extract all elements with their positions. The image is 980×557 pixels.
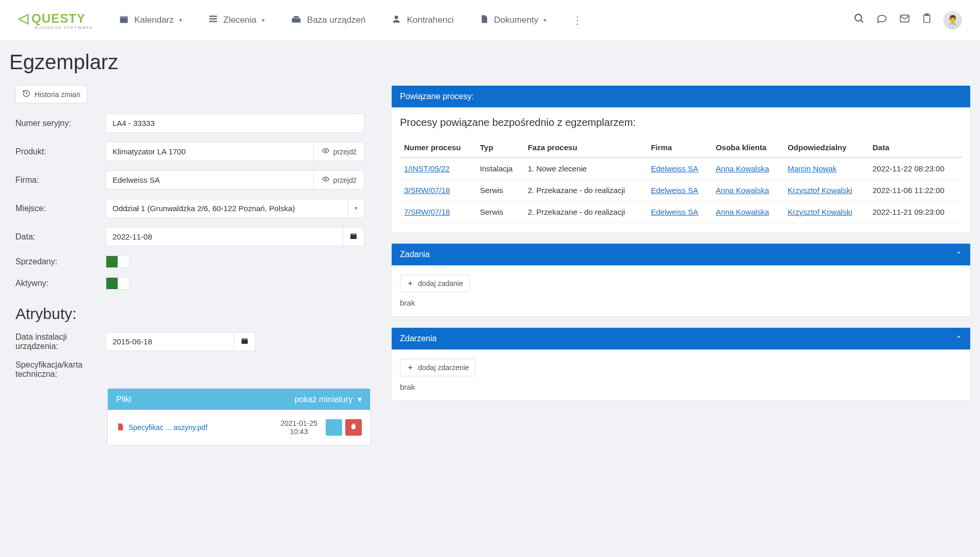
svg-rect-5 — [292, 18, 301, 22]
nav-kontrahenci[interactable]: Kontrahenci — [391, 14, 454, 27]
install-date-picker-button[interactable] — [234, 332, 255, 351]
date-input[interactable] — [106, 227, 343, 246]
process-link[interactable]: 3/SRW/07/18 — [404, 186, 450, 195]
svg-rect-6 — [294, 16, 299, 18]
client-link[interactable]: Anna Kowalska — [716, 164, 769, 173]
svg-rect-18 — [242, 338, 248, 340]
show-thumbs-label: pokaż miniatury — [295, 395, 352, 404]
calendar-icon — [119, 14, 129, 27]
eye-icon — [321, 147, 330, 156]
th-date: Data — [869, 138, 962, 157]
th-number: Numer procesu — [400, 138, 476, 157]
page-title: Egzemplarz — [9, 51, 971, 74]
svg-rect-1 — [120, 16, 128, 18]
history-icon — [22, 89, 30, 99]
company-link[interactable]: Edelweiss SA — [651, 164, 698, 173]
product-input[interactable] — [106, 142, 314, 161]
client-link[interactable]: Anna Kowalska — [716, 208, 769, 216]
cell-type: Serwis — [476, 180, 524, 201]
serial-label: Numer seryjny: — [15, 119, 106, 128]
history-button[interactable]: Historia zmian — [15, 85, 87, 103]
files-panel: Pliki pokaż miniatury ▾ Specyfikac ... a… — [107, 388, 371, 445]
date-label: Data: — [15, 232, 106, 242]
nav-label: Kontrahenci — [407, 15, 454, 25]
tasks-header: Zadania — [400, 250, 430, 259]
show-thumbnails-button[interactable]: pokaż miniatury ▾ — [295, 394, 362, 404]
date-picker-button[interactable] — [343, 227, 364, 246]
process-link[interactable]: 7/SRW/07/18 — [404, 208, 450, 216]
svg-rect-4 — [209, 21, 217, 22]
processes-panel: Powiązane procesy: Procesy powiązane bez… — [391, 85, 971, 233]
more-vert-icon: ⋮ — [572, 14, 583, 26]
company-goto-button[interactable]: przejdź — [314, 170, 364, 189]
attributes-title: Atrybuty: — [15, 305, 371, 323]
add-task-label: dodaj zadanie — [418, 279, 463, 288]
person-icon — [391, 14, 401, 27]
company-input[interactable] — [106, 170, 314, 189]
active-toggle[interactable] — [106, 277, 130, 290]
goto-label: przejdź — [333, 148, 357, 156]
svg-point-14 — [325, 178, 327, 180]
processes-subtitle: Procesy powiązane bezpośrednio z egzempl… — [400, 117, 962, 129]
cell-type: Serwis — [476, 201, 524, 223]
place-label: Miejsce: — [15, 204, 106, 213]
list-icon — [208, 14, 218, 27]
events-header: Zdarzenia — [400, 334, 437, 343]
search-icon[interactable] — [854, 13, 865, 27]
collapse-icon[interactable]: ⌃ — [956, 250, 962, 259]
logo[interactable]: ◁QUESTY BUSINESS SOFTWARE — [18, 10, 93, 30]
delete-file-button[interactable] — [345, 419, 362, 436]
client-link[interactable]: Anna Kowalska — [716, 186, 769, 195]
mail-icon[interactable] — [899, 13, 910, 27]
dropdown-caret-icon: ▼ — [348, 199, 364, 218]
add-event-label: dodaj zdarzenie — [418, 363, 469, 372]
document-icon — [479, 14, 489, 27]
product-label: Produkt: — [15, 147, 106, 156]
add-event-button[interactable]: ＋ dodaj zdarzenie — [400, 359, 476, 376]
file-link[interactable]: Specyfikac ... aszyny.pdf — [116, 422, 272, 433]
nav-kalendarz[interactable]: Kalendarz ▾ — [119, 14, 182, 27]
svg-rect-16 — [350, 233, 357, 235]
responsible-link[interactable]: Marcin Nowak — [788, 164, 837, 173]
goto-label: przejdź — [333, 176, 357, 184]
tasks-none: brak — [400, 298, 962, 307]
processes-header: Powiązane procesy: — [392, 86, 970, 107]
table-row: 1/INST/05/22 Instalacja 1. Nowe zlecenie… — [400, 157, 962, 180]
add-task-button[interactable]: ＋ dodaj zadanie — [400, 275, 470, 292]
chevron-down-icon: ▾ — [358, 394, 362, 404]
avatar[interactable]: 👨‍⚕️ — [943, 11, 962, 29]
chevron-down-icon: ▾ — [543, 17, 547, 24]
nav-more[interactable]: ⋮ — [572, 14, 583, 27]
company-link[interactable]: Edelweiss SA — [651, 186, 698, 195]
spec-label: Specyfikacja/karta techniczna: — [15, 360, 106, 379]
nav-zlecenia[interactable]: Zlecenia ▾ — [208, 14, 265, 27]
company-link[interactable]: Edelweiss SA — [651, 208, 698, 216]
install-date-input[interactable] — [106, 332, 234, 351]
trash-icon — [350, 422, 357, 433]
responsible-link[interactable]: Krzysztof Kowalski — [788, 208, 852, 216]
th-client: Osoba klienta — [712, 138, 783, 157]
responsible-link[interactable]: Krzysztof Kowalski — [788, 186, 852, 195]
serial-input[interactable] — [106, 114, 364, 133]
nav-baza[interactable]: Baza urządzeń — [291, 14, 365, 27]
download-icon — [330, 422, 338, 433]
nav-dokumenty[interactable]: Dokumenty ▾ — [479, 14, 547, 27]
svg-point-8 — [855, 14, 862, 21]
processes-table: Numer procesu Typ Faza procesu Firma Oso… — [400, 138, 962, 223]
events-none: brak — [400, 383, 962, 391]
chat-icon[interactable] — [876, 13, 888, 27]
product-goto-button[interactable]: przejdź — [314, 142, 364, 161]
th-type: Typ — [476, 138, 524, 157]
calendar-icon — [349, 232, 358, 242]
th-responsible: Odpowiedzialny — [783, 138, 869, 157]
eye-icon — [321, 176, 330, 184]
download-file-button[interactable] — [326, 419, 342, 436]
process-link[interactable]: 1/INST/05/22 — [404, 164, 449, 173]
clipboard-icon[interactable] — [922, 13, 932, 27]
cell-phase: 2. Przekazane - do realizacji — [524, 201, 647, 223]
nav-label: Zlecenia — [223, 15, 256, 25]
collapse-icon[interactable]: ⌃ — [956, 335, 962, 343]
sold-toggle[interactable] — [106, 256, 130, 268]
place-select[interactable]: Oddział 1 (Grunwaldzka 2/6, 60-122 Pozna… — [106, 199, 348, 218]
pdf-icon — [116, 422, 124, 433]
